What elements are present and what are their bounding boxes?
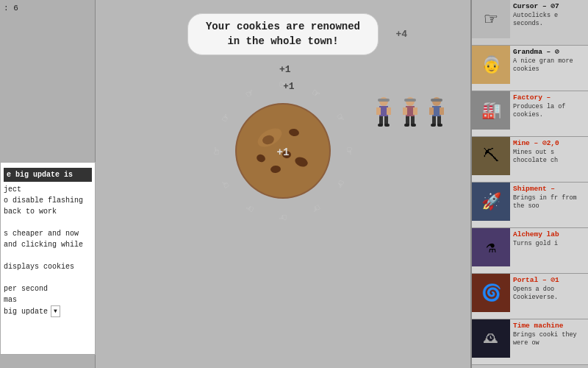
svg-text:☞: ☞: [332, 112, 348, 125]
svg-rect-23: [378, 99, 390, 102]
cookie-count: : 6: [4, 4, 91, 13]
alchemy-shop-name: Alchemy lab: [513, 230, 585, 239]
svg-text:☞: ☞: [279, 210, 287, 223]
shop-item-time-machine[interactable]: 🕰 Time machine Brings cooki they were ow: [472, 319, 588, 365]
float-plus1-a: +1: [279, 64, 291, 75]
svg-rect-30: [384, 124, 390, 127]
svg-rect-34: [403, 107, 407, 115]
svg-text:☞: ☞: [309, 87, 323, 102]
cursor-ring: ☞ ☞ ☞ ☞ ☞ ☞ ☞ ☞ ☞ ☞ ☞: [209, 77, 356, 224]
svg-rect-32: [404, 99, 416, 102]
news-item: per second: [4, 283, 92, 294]
stat-value: : 6: [4, 4, 18, 13]
grandma-shop-desc: A nice gran more cookies: [513, 57, 585, 74]
svg-rect-48: [437, 124, 442, 127]
portal-shop-text: Portal – ⊘1 Opens a doo Cookieverse.: [510, 274, 588, 304]
news-item: o disable flashing: [4, 195, 92, 206]
mine-shop-name: Mine – ⊘2,0: [513, 139, 585, 148]
grandma-sprite-3: [425, 96, 448, 131]
grandma-shop-name: Grandma – ⊘: [513, 48, 585, 57]
mine-shop-desc: Mines out s chocolate ch: [513, 149, 585, 165]
grandma-sprite-1: [372, 96, 395, 131]
news-highlight: e big update is: [4, 168, 92, 182]
svg-rect-35: [413, 107, 417, 115]
alchemy-shop-text: Alchemy lab Turns gold i: [510, 228, 588, 250]
news-item: ject: [4, 184, 92, 195]
portal-shop-desc: Opens a doo Cookieverse.: [513, 286, 585, 302]
svg-rect-25: [376, 107, 381, 115]
shop-item-factory[interactable]: 🏭 Factory – Produces la of cookies.: [472, 91, 588, 137]
shipment-shop-icon: 🚀: [472, 183, 510, 221]
grandma-shop-text: Grandma – ⊘ A nice gran more cookies: [510, 46, 588, 76]
cursor-shop-name: Cursor – ⊘7: [513, 2, 585, 11]
notification-bubble: Your cookies are renowned in the whole t…: [187, 13, 379, 55]
factory-shop-icon: 🏭: [472, 91, 510, 130]
news-scroll[interactable]: e big update is ject o disable flashing …: [1, 163, 95, 354]
svg-rect-38: [404, 124, 409, 127]
shipment-shop-desc: Brings in fr from the soo: [513, 194, 585, 210]
factory-shop-name: Factory –: [513, 93, 585, 102]
grandma-sprite-2: [398, 96, 422, 131]
svg-rect-47: [431, 124, 436, 127]
news-item: mas: [4, 294, 92, 305]
mine-shop-icon: ⛏: [472, 137, 510, 175]
news-item: big update ▼: [4, 305, 92, 317]
shop-item-alchemy[interactable]: ⚗️ Alchemy lab Turns gold i: [472, 228, 588, 274]
notification-line2: in the whole town!: [227, 35, 338, 47]
svg-rect-41: [431, 99, 442, 102]
main-area: Your cookies are renowned in the whole t…: [96, 0, 470, 368]
svg-text:☞: ☞: [211, 147, 224, 155]
svg-text:☞: ☞: [244, 200, 257, 216]
alchemy-shop-icon: ⚗️: [472, 228, 510, 266]
grandma-shop-icon: 👵: [472, 46, 510, 84]
news-item: displays cookies: [4, 261, 92, 272]
alchemy-shop-desc: Turns gold i: [513, 240, 585, 248]
portal-shop-icon: 🌀: [472, 274, 510, 312]
svg-rect-26: [387, 107, 391, 115]
svg-rect-29: [378, 124, 383, 127]
news-item: and clicking while: [4, 239, 92, 250]
shop-item-portal[interactable]: 🌀 Portal – ⊘1 Opens a doo Cookieverse.: [472, 274, 588, 319]
grandma-figures: [372, 96, 448, 131]
svg-text:☞: ☞: [279, 79, 287, 92]
svg-text:☞: ☞: [309, 200, 323, 216]
shop-item-mine[interactable]: ⛏ Mine – ⊘2,0 Mines out s chocolate ch: [472, 137, 588, 183]
news-item: back to work: [4, 206, 92, 217]
right-panel: ☞ Cursor – ⊘7 Autoclicks e seconds. 👵 Gr…: [470, 0, 588, 368]
shipment-shop-name: Shipment –: [513, 185, 585, 194]
factory-shop-desc: Produces la of cookies.: [513, 103, 585, 119]
shop-item-grandma[interactable]: 👵 Grandma – ⊘ A nice gran more cookies: [472, 46, 588, 91]
time-machine-shop-name: Time machine: [513, 322, 585, 330]
svg-text:☞: ☞: [332, 177, 348, 191]
svg-text:☞: ☞: [219, 177, 234, 191]
news-item: s cheaper and now: [4, 228, 92, 239]
time-machine-shop-icon: 🕰: [472, 319, 510, 358]
shipment-shop-text: Shipment – Brings in fr from the soo: [510, 183, 588, 213]
time-machine-shop-desc: Brings cooki they were ow: [513, 331, 585, 347]
svg-text:☞: ☞: [219, 112, 234, 125]
cursor-shop-desc: Autoclicks e seconds.: [513, 12, 585, 28]
svg-rect-43: [429, 107, 434, 115]
mine-shop-text: Mine – ⊘2,0 Mines out s chocolate ch: [510, 137, 588, 167]
shop-item-shipment[interactable]: 🚀 Shipment – Brings in fr from the soo: [472, 183, 588, 228]
svg-rect-44: [440, 107, 444, 115]
cursor-shop-icon: ☞: [472, 0, 510, 38]
shop-item-cursor[interactable]: ☞ Cursor – ⊘7 Autoclicks e seconds.: [472, 0, 588, 46]
svg-text:☞: ☞: [342, 147, 355, 155]
news-box: e big update is ject o disable flashing …: [0, 162, 96, 355]
svg-text:+1: +1: [277, 146, 290, 158]
svg-text:☞: ☞: [244, 87, 257, 102]
left-panel: : 6 e big update is ject o disable flash…: [0, 0, 96, 368]
notification-line1: Your cookies are renowned: [206, 21, 360, 32]
svg-rect-39: [411, 124, 416, 127]
plus-counter: +4: [395, 28, 407, 41]
time-machine-shop-text: Time machine Brings cooki they were ow: [510, 319, 588, 350]
portal-shop-name: Portal – ⊘1: [513, 276, 585, 285]
cursor-shop-text: Cursor – ⊘7 Autoclicks e seconds.: [510, 0, 588, 30]
cookie-container[interactable]: +1 +1 ☞ ☞ ☞ ☞ ☞ ☞ ☞ ☞: [209, 77, 356, 224]
factory-shop-text: Factory – Produces la of cookies.: [510, 91, 588, 121]
